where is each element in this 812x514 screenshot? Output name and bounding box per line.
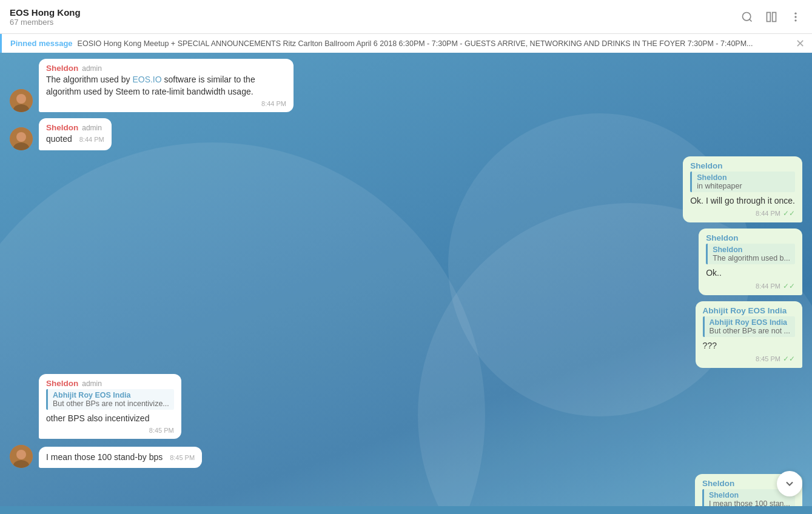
message-row: Sheldon Sheldon in whitepaper Ok. I will… (0, 156, 812, 223)
quote-text: in whitepaper (697, 182, 790, 190)
check-icon: ✓✓ (783, 209, 795, 218)
chat-area: Sheldon admin The algorithm used by EOS.… (0, 53, 812, 506)
quote-block: Sheldon in whitepaper (690, 172, 795, 192)
sender-name: Sheldon (702, 479, 734, 488)
message-bubble: Sheldon Sheldon in whitepaper Ok. I will… (683, 156, 802, 223)
quote-author: Abhijit Roy EOS India (710, 318, 790, 327)
columns-icon[interactable] (765, 10, 778, 24)
messages-list: Sheldon admin The algorithm used by EOS.… (0, 53, 812, 506)
message-time: 8:45 PM (756, 355, 780, 362)
message-row: Sheldon admin The algorithm used by EOS.… (0, 59, 812, 112)
svg-point-0 (743, 12, 751, 20)
pinned-text: EOSIO Hong Kong Meetup + SPECIAL ANNOUNC… (78, 39, 753, 48)
message-time: 8:45 PM (149, 427, 174, 434)
check-icon: ✓✓ (783, 355, 795, 363)
svg-point-5 (794, 16, 796, 18)
avatar (10, 445, 33, 468)
quote-author: Sheldon (709, 491, 790, 499)
quote-text: But other BPs are not incentivize... (53, 399, 169, 408)
pinned-bar: Pinned message EOSIO Hong Kong Meetup + … (0, 34, 812, 53)
quote-block: Sheldon The algorithm used b... (706, 244, 795, 264)
sender-badge: admin (82, 379, 102, 388)
sender-name: Sheldon (46, 379, 78, 388)
pinned-label: Pinned message (10, 39, 73, 48)
svg-point-14 (16, 450, 26, 459)
header-actions (740, 10, 802, 24)
sender-badge: admin (82, 124, 102, 132)
svg-rect-2 (767, 12, 771, 21)
eos-link[interactable]: EOS.IO (132, 75, 161, 84)
sender-name: Sheldon (46, 123, 78, 132)
member-count: 67 members (10, 18, 81, 27)
quote-author: Sheldon (697, 173, 790, 182)
message-bubble: I mean those 100 stand-by bps 8:45 PM (39, 447, 202, 469)
message-time: 8:45 PM (170, 454, 195, 461)
header: EOS Hong Kong 67 members (0, 0, 812, 34)
header-info: EOS Hong Kong 67 members (10, 7, 81, 27)
message-bubble: Sheldon admin quoted 8:44 PM (39, 118, 112, 150)
message-bubble: Abhijit Roy EOS India Abhijit Roy EOS In… (696, 301, 802, 368)
search-icon[interactable] (740, 10, 754, 24)
sender-name: Sheldon (690, 161, 722, 170)
scroll-to-bottom-button[interactable] (777, 471, 802, 496)
message-time: 8:44 PM (756, 282, 780, 290)
message-text: I mean those 100 stand-by bps 8:45 PM (46, 452, 195, 464)
message-bubble: Sheldon admin Abhijit Roy EOS India But … (39, 374, 181, 439)
message-text: Ok.. (706, 267, 795, 279)
pinned-close-icon[interactable]: ✕ (796, 37, 805, 50)
quote-block: Abhijit Roy EOS India But other BPs are … (46, 389, 174, 410)
avatar (10, 89, 33, 112)
svg-rect-3 (773, 12, 776, 21)
sender-name: Abhijit Roy EOS India (703, 306, 787, 315)
sender-badge: admin (82, 64, 102, 73)
quote-text: The algorithm used b... (713, 254, 790, 262)
svg-point-4 (794, 12, 796, 14)
message-row: Abhijit Roy EOS India Abhijit Roy EOS In… (0, 301, 812, 368)
message-row: Sheldon Sheldon The algorithm used b... … (0, 229, 812, 295)
chat-title: EOS Hong Kong (10, 7, 81, 18)
svg-point-6 (794, 19, 796, 21)
sender-name: Sheldon (706, 233, 738, 242)
message-time: 8:44 PM (261, 100, 286, 107)
message-text: Ok. I will go through it once. (690, 195, 795, 207)
more-icon[interactable] (789, 10, 802, 24)
svg-point-11 (16, 132, 26, 142)
message-text: ??? (703, 340, 795, 352)
message-time: 8:44 PM (756, 210, 780, 217)
message-row: Sheldon Sheldon I mean those 100 stan...… (0, 474, 812, 506)
check-icon: ✓✓ (783, 282, 795, 290)
message-row: Sheldon admin quoted 8:44 PM (0, 118, 812, 150)
message-time: 8:44 PM (79, 136, 104, 143)
message-bubble: Sheldon Sheldon The algorithm used b... … (699, 229, 802, 295)
avatar (10, 127, 33, 150)
sender-name: Sheldon (46, 64, 78, 73)
quote-author: Sheldon (713, 245, 790, 254)
svg-point-8 (16, 94, 26, 104)
message-row: I mean those 100 stand-by bps 8:45 PM (0, 445, 812, 468)
message-bubble: Sheldon admin The algorithm used by EOS.… (39, 59, 294, 112)
quote-text: But other BPs are not ... (710, 327, 790, 335)
message-text: quoted 8:44 PM (46, 133, 104, 145)
quote-author: Abhijit Roy EOS India (53, 391, 169, 399)
message-row: Sheldon admin Abhijit Roy EOS India But … (0, 374, 812, 439)
quote-block: Abhijit Roy EOS India But other BPs are … (703, 316, 795, 337)
quote-text: I mean those 100 stan... (709, 499, 790, 506)
svg-line-1 (750, 19, 752, 21)
message-text: other BPS also incentivized (46, 413, 174, 425)
message-text: The algorithm used by EOS.IO software is… (46, 74, 286, 98)
